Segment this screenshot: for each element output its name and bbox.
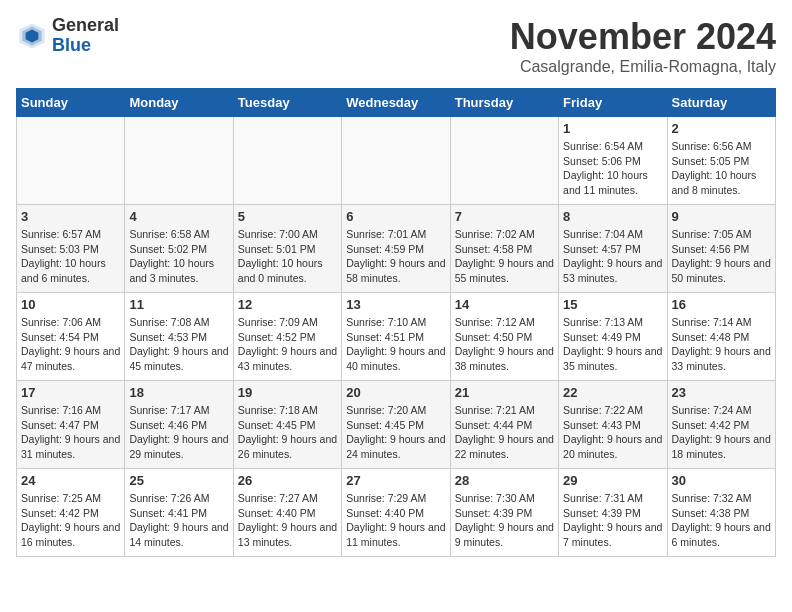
day-number: 4 (129, 209, 228, 224)
day-number: 13 (346, 297, 445, 312)
logo: General Blue (16, 16, 119, 56)
calendar-header-thursday: Thursday (450, 89, 558, 117)
calendar-cell: 6Sunrise: 7:01 AM Sunset: 4:59 PM Daylig… (342, 205, 450, 293)
day-info: Sunrise: 7:18 AM Sunset: 4:45 PM Dayligh… (238, 403, 337, 462)
day-info: Sunrise: 7:17 AM Sunset: 4:46 PM Dayligh… (129, 403, 228, 462)
calendar-week-1: 1Sunrise: 6:54 AM Sunset: 5:06 PM Daylig… (17, 117, 776, 205)
day-info: Sunrise: 7:12 AM Sunset: 4:50 PM Dayligh… (455, 315, 554, 374)
calendar-cell: 23Sunrise: 7:24 AM Sunset: 4:42 PM Dayli… (667, 381, 775, 469)
day-info: Sunrise: 7:26 AM Sunset: 4:41 PM Dayligh… (129, 491, 228, 550)
day-number: 30 (672, 473, 771, 488)
calendar-cell: 30Sunrise: 7:32 AM Sunset: 4:38 PM Dayli… (667, 469, 775, 557)
calendar-cell: 12Sunrise: 7:09 AM Sunset: 4:52 PM Dayli… (233, 293, 341, 381)
calendar-cell: 19Sunrise: 7:18 AM Sunset: 4:45 PM Dayli… (233, 381, 341, 469)
calendar-cell: 8Sunrise: 7:04 AM Sunset: 4:57 PM Daylig… (559, 205, 667, 293)
title-section: November 2024 Casalgrande, Emilia-Romagn… (510, 16, 776, 76)
calendar-cell: 24Sunrise: 7:25 AM Sunset: 4:42 PM Dayli… (17, 469, 125, 557)
calendar-cell: 1Sunrise: 6:54 AM Sunset: 5:06 PM Daylig… (559, 117, 667, 205)
calendar-cell: 7Sunrise: 7:02 AM Sunset: 4:58 PM Daylig… (450, 205, 558, 293)
calendar-cell: 21Sunrise: 7:21 AM Sunset: 4:44 PM Dayli… (450, 381, 558, 469)
calendar-header-tuesday: Tuesday (233, 89, 341, 117)
calendar-cell: 22Sunrise: 7:22 AM Sunset: 4:43 PM Dayli… (559, 381, 667, 469)
day-number: 25 (129, 473, 228, 488)
day-number: 14 (455, 297, 554, 312)
day-info: Sunrise: 6:58 AM Sunset: 5:02 PM Dayligh… (129, 227, 228, 286)
calendar-header-friday: Friday (559, 89, 667, 117)
day-number: 17 (21, 385, 120, 400)
calendar-cell: 20Sunrise: 7:20 AM Sunset: 4:45 PM Dayli… (342, 381, 450, 469)
day-info: Sunrise: 7:01 AM Sunset: 4:59 PM Dayligh… (346, 227, 445, 286)
day-info: Sunrise: 7:32 AM Sunset: 4:38 PM Dayligh… (672, 491, 771, 550)
day-info: Sunrise: 6:57 AM Sunset: 5:03 PM Dayligh… (21, 227, 120, 286)
day-number: 29 (563, 473, 662, 488)
day-number: 12 (238, 297, 337, 312)
day-info: Sunrise: 7:09 AM Sunset: 4:52 PM Dayligh… (238, 315, 337, 374)
calendar-cell (17, 117, 125, 205)
day-info: Sunrise: 7:31 AM Sunset: 4:39 PM Dayligh… (563, 491, 662, 550)
calendar-cell: 28Sunrise: 7:30 AM Sunset: 4:39 PM Dayli… (450, 469, 558, 557)
calendar-header-sunday: Sunday (17, 89, 125, 117)
day-number: 24 (21, 473, 120, 488)
calendar-table: SundayMondayTuesdayWednesdayThursdayFrid… (16, 88, 776, 557)
day-number: 18 (129, 385, 228, 400)
day-number: 11 (129, 297, 228, 312)
day-info: Sunrise: 7:06 AM Sunset: 4:54 PM Dayligh… (21, 315, 120, 374)
calendar-cell (233, 117, 341, 205)
calendar-cell: 4Sunrise: 6:58 AM Sunset: 5:02 PM Daylig… (125, 205, 233, 293)
calendar-header-monday: Monday (125, 89, 233, 117)
day-number: 27 (346, 473, 445, 488)
logo-icon (16, 20, 48, 52)
day-number: 5 (238, 209, 337, 224)
day-number: 22 (563, 385, 662, 400)
day-info: Sunrise: 6:56 AM Sunset: 5:05 PM Dayligh… (672, 139, 771, 198)
calendar-cell: 25Sunrise: 7:26 AM Sunset: 4:41 PM Dayli… (125, 469, 233, 557)
day-number: 9 (672, 209, 771, 224)
calendar-header-saturday: Saturday (667, 89, 775, 117)
day-info: Sunrise: 7:16 AM Sunset: 4:47 PM Dayligh… (21, 403, 120, 462)
calendar-cell: 11Sunrise: 7:08 AM Sunset: 4:53 PM Dayli… (125, 293, 233, 381)
day-number: 21 (455, 385, 554, 400)
day-info: Sunrise: 7:22 AM Sunset: 4:43 PM Dayligh… (563, 403, 662, 462)
day-info: Sunrise: 7:08 AM Sunset: 4:53 PM Dayligh… (129, 315, 228, 374)
calendar-week-5: 24Sunrise: 7:25 AM Sunset: 4:42 PM Dayli… (17, 469, 776, 557)
day-info: Sunrise: 7:29 AM Sunset: 4:40 PM Dayligh… (346, 491, 445, 550)
day-info: Sunrise: 7:00 AM Sunset: 5:01 PM Dayligh… (238, 227, 337, 286)
calendar-cell: 10Sunrise: 7:06 AM Sunset: 4:54 PM Dayli… (17, 293, 125, 381)
calendar-cell: 5Sunrise: 7:00 AM Sunset: 5:01 PM Daylig… (233, 205, 341, 293)
calendar-cell: 27Sunrise: 7:29 AM Sunset: 4:40 PM Dayli… (342, 469, 450, 557)
location-title: Casalgrande, Emilia-Romagna, Italy (510, 58, 776, 76)
logo-text: General Blue (52, 16, 119, 56)
day-number: 3 (21, 209, 120, 224)
calendar-cell: 9Sunrise: 7:05 AM Sunset: 4:56 PM Daylig… (667, 205, 775, 293)
calendar-cell: 2Sunrise: 6:56 AM Sunset: 5:05 PM Daylig… (667, 117, 775, 205)
logo-blue: Blue (52, 36, 119, 56)
day-number: 1 (563, 121, 662, 136)
day-number: 20 (346, 385, 445, 400)
day-info: Sunrise: 7:30 AM Sunset: 4:39 PM Dayligh… (455, 491, 554, 550)
calendar-cell: 29Sunrise: 7:31 AM Sunset: 4:39 PM Dayli… (559, 469, 667, 557)
day-number: 10 (21, 297, 120, 312)
page-header: General Blue November 2024 Casalgrande, … (16, 16, 776, 76)
calendar-cell: 14Sunrise: 7:12 AM Sunset: 4:50 PM Dayli… (450, 293, 558, 381)
day-number: 26 (238, 473, 337, 488)
day-number: 19 (238, 385, 337, 400)
day-info: Sunrise: 7:02 AM Sunset: 4:58 PM Dayligh… (455, 227, 554, 286)
calendar-cell: 17Sunrise: 7:16 AM Sunset: 4:47 PM Dayli… (17, 381, 125, 469)
day-number: 2 (672, 121, 771, 136)
calendar-header-row: SundayMondayTuesdayWednesdayThursdayFrid… (17, 89, 776, 117)
calendar-header-wednesday: Wednesday (342, 89, 450, 117)
calendar-week-3: 10Sunrise: 7:06 AM Sunset: 4:54 PM Dayli… (17, 293, 776, 381)
calendar-cell: 15Sunrise: 7:13 AM Sunset: 4:49 PM Dayli… (559, 293, 667, 381)
day-info: Sunrise: 7:04 AM Sunset: 4:57 PM Dayligh… (563, 227, 662, 286)
day-number: 15 (563, 297, 662, 312)
month-title: November 2024 (510, 16, 776, 58)
day-info: Sunrise: 7:25 AM Sunset: 4:42 PM Dayligh… (21, 491, 120, 550)
calendar-week-4: 17Sunrise: 7:16 AM Sunset: 4:47 PM Dayli… (17, 381, 776, 469)
day-info: Sunrise: 7:14 AM Sunset: 4:48 PM Dayligh… (672, 315, 771, 374)
calendar-cell: 16Sunrise: 7:14 AM Sunset: 4:48 PM Dayli… (667, 293, 775, 381)
day-number: 6 (346, 209, 445, 224)
day-number: 7 (455, 209, 554, 224)
day-info: Sunrise: 7:13 AM Sunset: 4:49 PM Dayligh… (563, 315, 662, 374)
day-number: 28 (455, 473, 554, 488)
calendar-cell (450, 117, 558, 205)
